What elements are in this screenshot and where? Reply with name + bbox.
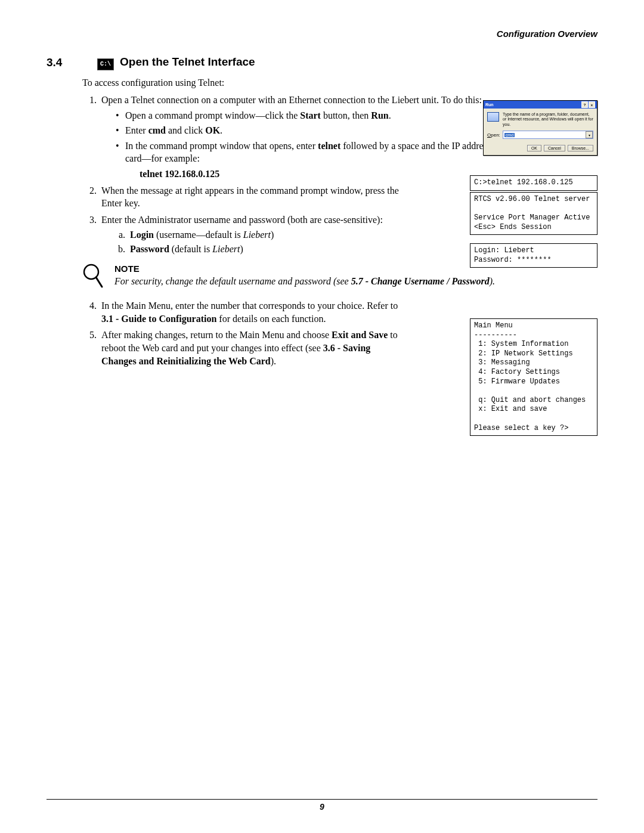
run-dialog-title: Run: [485, 103, 494, 107]
help-icon[interactable]: ?: [581, 101, 588, 108]
cmd-prompt-icon: C:\: [97, 58, 114, 70]
footer-rule: [47, 799, 597, 800]
run-dialog-description: Type the name of a program, folder, docu…: [503, 112, 593, 127]
section-title: Open the Telnet Interface: [120, 55, 255, 68]
step-1-lead: Open a Telnet connection on a computer w…: [101, 95, 482, 105]
step-4: In the Main Menu, enter the number that …: [99, 299, 400, 325]
svg-line-1: [96, 277, 102, 287]
cancel-button[interactable]: Cancel: [544, 145, 565, 151]
telnet-server-output: RTCS v2.96.00 Telnet server Service Port…: [470, 192, 597, 235]
ok-button[interactable]: OK: [527, 145, 541, 151]
run-app-icon: [487, 112, 499, 122]
note-text: For security, change the default usernam…: [114, 275, 597, 288]
magnifier-icon: [82, 263, 104, 293]
close-icon[interactable]: x: [589, 101, 595, 108]
login-output: Login: Liebert Password: ********: [470, 243, 597, 268]
step-2: When the message at right appears in the…: [99, 184, 400, 210]
intro-text: To access configuration using Telnet:: [82, 76, 597, 89]
run-open-value: cmd: [504, 133, 515, 137]
run-dialog: Run ? x Type the name of a program, fold…: [483, 100, 597, 156]
section-heading: 3.4 C:\ Open the Telnet Interface: [47, 55, 597, 70]
run-open-label: Open:: [487, 132, 500, 138]
run-dialog-titlebar: Run ? x: [484, 101, 597, 109]
chevron-down-icon[interactable]: ▾: [586, 131, 593, 138]
browse-button[interactable]: Browse...: [568, 145, 593, 151]
main-menu-output: Main Menu ---------- 1: System Informati…: [470, 318, 597, 436]
telnet-command-output: C:>telnet 192.168.0.125: [470, 175, 597, 191]
step-5: After making changes, return to the Main…: [99, 329, 400, 367]
page-number: 9: [0, 802, 644, 812]
section-number: 3.4: [47, 56, 79, 69]
running-head: Configuration Overview: [47, 29, 597, 39]
run-open-input[interactable]: cmd ▾: [503, 131, 593, 139]
